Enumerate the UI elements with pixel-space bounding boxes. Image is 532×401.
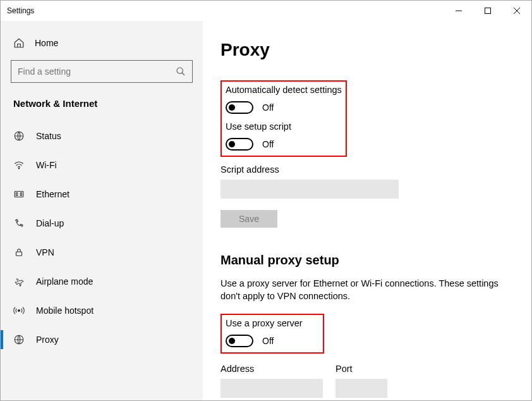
sidebar-item-label: VPN (36, 247, 54, 257)
sidebar-item-label: Status (36, 131, 61, 141)
address-input[interactable] (221, 379, 323, 398)
setup-script-toggle[interactable] (226, 138, 253, 151)
close-button[interactable] (502, 1, 531, 21)
sidebar-item-proxy[interactable]: Proxy (1, 325, 203, 354)
vpn-icon (13, 247, 25, 258)
sidebar-item-ethernet[interactable]: Ethernet (1, 180, 203, 209)
svg-point-4 (177, 68, 183, 73)
sidebar: Home Network & Internet Status (1, 21, 203, 400)
category-heading: Network & Internet (1, 98, 203, 121)
auto-detect-toggle[interactable] (226, 101, 253, 114)
auto-detect-toggle-row: Off (226, 101, 342, 114)
sidebar-item-label: Wi-Fi (36, 160, 57, 170)
auto-detect-label: Automatically detect settings (226, 85, 342, 95)
search-icon (176, 66, 186, 77)
setup-script-toggle-row: Off (226, 138, 342, 151)
dialup-icon (13, 218, 25, 229)
port-input[interactable] (336, 379, 387, 398)
search-input[interactable] (18, 66, 176, 77)
search-container (11, 60, 193, 83)
status-icon (13, 130, 25, 142)
maximize-button[interactable] (473, 1, 502, 21)
home-label: Home (35, 38, 58, 48)
manual-section-title: Manual proxy setup (221, 253, 514, 268)
address-port-row: Address Port (221, 360, 514, 398)
toggle-knob (229, 104, 235, 111)
hotspot-icon (13, 305, 25, 316)
toggle-knob (229, 141, 235, 147)
svg-rect-9 (16, 193, 18, 196)
save-button[interactable]: Save (221, 210, 277, 228)
sidebar-item-label: Dial-up (36, 218, 64, 228)
svg-rect-1 (485, 8, 491, 14)
svg-point-12 (18, 310, 20, 312)
sidebar-item-airplane[interactable]: Airplane mode (1, 267, 203, 296)
window-title: Settings (7, 6, 34, 15)
wifi-icon (13, 159, 25, 171)
sidebar-item-vpn[interactable]: VPN (1, 238, 203, 267)
highlight-auto-section: Automatically detect settings Off Use se… (221, 80, 347, 157)
titlebar: Settings (1, 1, 531, 21)
airplane-icon (13, 276, 25, 287)
svg-line-5 (182, 73, 184, 75)
window-controls (444, 1, 531, 21)
sidebar-item-hotspot[interactable]: Mobile hotspot (1, 296, 203, 325)
use-proxy-toggle[interactable] (226, 335, 253, 347)
script-address-input[interactable] (221, 180, 399, 199)
sidebar-item-label: Airplane mode (36, 276, 93, 287)
sidebar-item-label: Mobile hotspot (36, 305, 94, 316)
sidebar-item-label: Proxy (36, 335, 59, 345)
page-title: Proxy (221, 40, 514, 60)
svg-rect-11 (16, 252, 22, 256)
nav-list: Status Wi-Fi Ethernet (1, 121, 203, 354)
minimize-button[interactable] (444, 1, 473, 21)
use-proxy-label: Use a proxy server (226, 318, 319, 328)
manual-section-desc: Use a proxy server for Ethernet or Wi-Fi… (221, 278, 499, 302)
use-proxy-toggle-row: Off (226, 335, 319, 347)
script-address-label: Script address (221, 164, 514, 175)
content-area: Home Network & Internet Status (1, 21, 531, 400)
setup-script-state: Off (262, 139, 274, 149)
ethernet-icon (13, 188, 25, 200)
sidebar-item-dialup[interactable]: Dial-up (1, 209, 203, 238)
home-nav[interactable]: Home (1, 32, 203, 54)
search-box[interactable] (11, 60, 193, 83)
address-label: Address (221, 364, 323, 374)
toggle-knob (229, 338, 235, 344)
use-proxy-state: Off (262, 336, 274, 346)
svg-point-7 (18, 168, 20, 170)
sidebar-item-wifi[interactable]: Wi-Fi (1, 151, 203, 180)
sidebar-item-label: Ethernet (36, 189, 70, 199)
proxy-icon (13, 334, 25, 345)
port-label: Port (336, 364, 387, 374)
setup-script-label: Use setup script (226, 121, 342, 132)
svg-rect-10 (20, 193, 21, 196)
main-panel: Proxy Automatically detect settings Off … (203, 21, 531, 400)
highlight-proxy-section: Use a proxy server Off (221, 314, 324, 354)
home-icon (13, 37, 25, 49)
auto-detect-state: Off (262, 102, 274, 113)
sidebar-item-status[interactable]: Status (1, 121, 203, 151)
settings-window: Settings Home (0, 0, 532, 401)
